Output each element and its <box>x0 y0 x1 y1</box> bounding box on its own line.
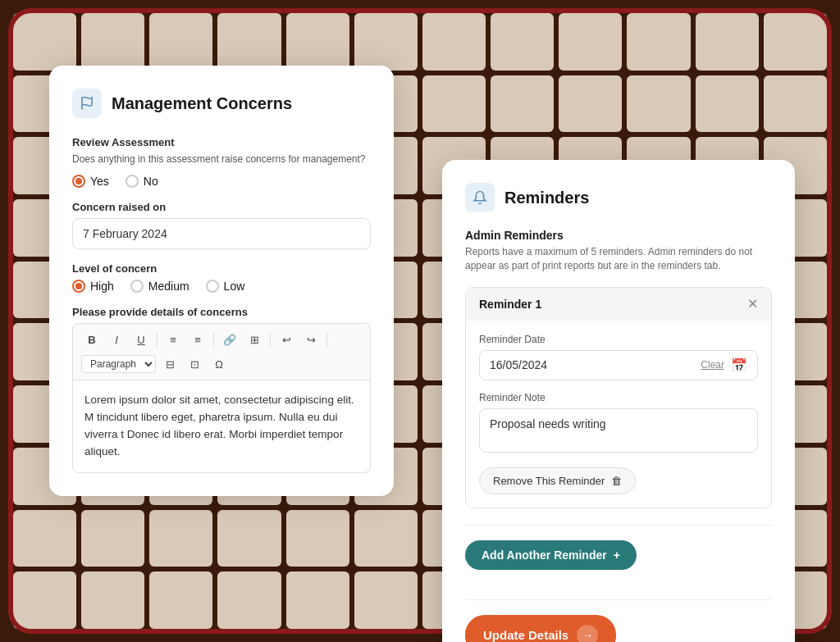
reminders-card-header: Reminders <box>465 183 772 212</box>
bg-cell <box>627 13 690 71</box>
editor-toolbar: B I U ≡ ≡ 🔗 ⊞ ↩ ↪ Paragraph ⊟ ⊡ Ω <box>72 323 371 380</box>
reminder-1-header[interactable]: Reminder 1 ✕ <box>466 288 771 321</box>
add-another-reminder-button[interactable]: Add Another Reminder + <box>465 540 637 570</box>
italic-button[interactable]: I <box>106 329 127 350</box>
radio-medium-label: Medium <box>148 280 189 293</box>
separator-1 <box>157 332 158 347</box>
bg-cell <box>764 13 827 71</box>
separator-2 <box>213 332 214 347</box>
bg-cell <box>764 75 827 133</box>
paragraph-select[interactable]: Paragraph <box>81 355 156 373</box>
bg-cell <box>491 75 554 133</box>
bg-cell <box>286 13 349 71</box>
remove-reminder-button[interactable]: Remove This Reminder 🗑 <box>479 467 636 494</box>
reminder-1-accordion: Reminder 1 ✕ Reminder Date 16/05/2024 Cl… <box>465 287 772 508</box>
reminder-date-row: 16/05/2024 Clear 📅 <box>479 350 758 380</box>
radio-high-label: High <box>90 280 114 293</box>
update-details-label: Update Details <box>483 628 568 642</box>
bg-cell <box>217 13 281 71</box>
divider-1 <box>465 525 772 526</box>
review-section-label: Review Assessment <box>72 136 371 148</box>
table-button[interactable]: ⊞ <box>244 329 265 350</box>
bg-cell <box>13 13 76 71</box>
bg-cell <box>149 510 212 567</box>
reminder-note-textarea[interactable]: Proposal needs writing <box>479 408 758 453</box>
bg-cell <box>491 13 554 71</box>
bg-cell <box>627 75 690 133</box>
bg-cell <box>217 571 281 629</box>
bg-cell <box>217 510 281 567</box>
radio-yes-label: Yes <box>90 175 109 188</box>
yes-no-group: Yes No <box>72 175 371 188</box>
bg-cell <box>81 571 144 629</box>
text-editor[interactable]: Lorem ipsum dolor sit amet, consectetur … <box>72 380 371 473</box>
management-concerns-card: Management Concerns Review Assessment Do… <box>49 66 394 496</box>
level-concern-group: High Medium Low <box>72 280 371 293</box>
bg-cell <box>354 571 418 629</box>
date-field-actions: Clear 📅 <box>701 357 747 373</box>
underline-button[interactable]: U <box>130 329 152 350</box>
radio-low-dot[interactable] <box>206 280 219 293</box>
special-char-button[interactable]: Ω <box>208 353 230 375</box>
radio-no[interactable]: No <box>126 175 158 188</box>
bg-cell <box>696 13 759 71</box>
bg-cell <box>81 510 144 567</box>
radio-low-label: Low <box>224 280 245 293</box>
bg-cell <box>13 571 76 629</box>
calendar-icon[interactable]: 📅 <box>731 357 747 373</box>
reminder-date-label: Reminder Date <box>479 334 758 345</box>
bg-cell <box>286 510 349 567</box>
reminder-date-value: 16/05/2024 <box>490 358 701 371</box>
radio-medium-dot[interactable] <box>130 280 144 293</box>
bg-cell <box>286 571 349 629</box>
undo-button[interactable]: ↩ <box>276 329 297 350</box>
clear-date-button[interactable]: Clear <box>701 359 724 371</box>
reminder-1-label: Reminder 1 <box>479 298 541 311</box>
reminder-note-label: Reminder Note <box>479 392 758 403</box>
radio-yes-dot[interactable] <box>72 175 85 188</box>
level-of-concern-label: Level of concern <box>72 262 371 275</box>
separator-4 <box>326 332 327 347</box>
block-button[interactable]: ⊡ <box>184 353 205 375</box>
bold-button[interactable]: B <box>81 329 103 350</box>
concern-raised-label: Concern raised on <box>72 201 371 213</box>
radio-high[interactable]: High <box>72 280 114 293</box>
separator-3 <box>270 332 271 347</box>
link-button[interactable]: 🔗 <box>219 329 240 350</box>
add-icon: + <box>614 549 620 562</box>
radio-yes[interactable]: Yes <box>72 175 109 188</box>
remove-reminder-label: Remove This Reminder <box>493 475 605 487</box>
unordered-list-button[interactable]: ≡ <box>187 329 208 350</box>
add-reminder-label: Add Another Reminder <box>482 549 607 562</box>
details-label: Please provide details of concerns <box>72 306 371 318</box>
bg-cell <box>422 75 486 133</box>
bg-cell <box>559 75 622 133</box>
radio-high-dot[interactable] <box>72 280 85 293</box>
radio-no-label: No <box>144 175 158 188</box>
update-arrow-icon: → <box>577 625 598 642</box>
radio-medium[interactable]: Medium <box>130 280 189 293</box>
reminder-1-body: Reminder Date 16/05/2024 Clear 📅 Reminde… <box>466 321 771 508</box>
concern-raised-input[interactable] <box>72 218 371 249</box>
reminders-card: Reminders Admin Reminders Reports have a… <box>442 160 795 642</box>
bg-cell <box>354 13 418 71</box>
flag-icon <box>72 89 102 118</box>
redo-button[interactable]: ↪ <box>300 329 322 350</box>
insert-button[interactable]: ⊟ <box>159 353 180 375</box>
radio-low[interactable]: Low <box>206 280 245 293</box>
card-header: Management Concerns <box>72 89 371 118</box>
admin-reminders-desc: Reports have a maximum of 5 reminders. A… <box>465 245 772 274</box>
update-details-button[interactable]: Update Details → <box>465 615 616 642</box>
bell-icon <box>465 183 495 212</box>
review-question: Does anything in this assessment raise c… <box>72 153 371 165</box>
radio-no-dot[interactable] <box>126 175 139 188</box>
bg-cell <box>149 571 212 629</box>
ordered-list-button[interactable]: ≡ <box>162 329 184 350</box>
trash-icon: 🗑 <box>611 475 622 487</box>
bg-cell <box>81 13 144 71</box>
admin-reminders-title: Admin Reminders <box>465 229 772 242</box>
bg-cell <box>354 510 418 567</box>
bg-cell <box>149 13 212 71</box>
reminder-1-close[interactable]: ✕ <box>747 298 758 311</box>
bg-cell <box>559 13 622 71</box>
